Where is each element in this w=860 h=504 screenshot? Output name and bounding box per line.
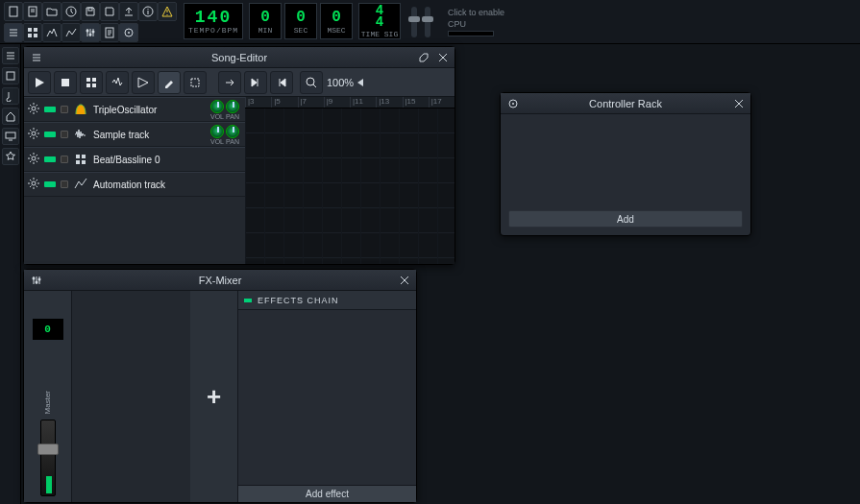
new-file-icon[interactable] <box>4 2 23 21</box>
forward-icon[interactable] <box>218 71 241 94</box>
controller-rack-titlebar[interactable]: Controller Rack <box>501 93 750 114</box>
timeline-area[interactable]: |3 |5 |7 |9 |11 |13 |15 |17 <box>245 97 455 264</box>
song-editor-window: Song-Editor 100% <box>23 46 455 265</box>
play-button[interactable] <box>28 71 51 94</box>
new-template-icon[interactable] <box>23 2 42 21</box>
warning-icon[interactable] <box>158 2 177 21</box>
open-icon[interactable] <box>42 2 61 21</box>
timesig-bottom[interactable]: 4 <box>376 16 383 28</box>
sidebar-instruments-icon[interactable] <box>2 47 19 64</box>
sidebar-favorites-icon[interactable] <box>2 148 19 165</box>
svg-rect-19 <box>92 78 96 82</box>
record-accompany-button[interactable] <box>106 71 129 94</box>
volume-knob[interactable] <box>210 125 224 138</box>
project-notes-icon[interactable] <box>100 23 119 42</box>
automation-editor-toggle-icon[interactable] <box>61 23 81 42</box>
pan-knob[interactable] <box>226 100 239 113</box>
time-sec[interactable]: 0 SEC <box>284 3 317 39</box>
solo-toggle[interactable] <box>61 156 68 163</box>
zoom-icon[interactable] <box>300 71 323 94</box>
track-empty-area[interactable] <box>24 197 245 264</box>
add-controller-button[interactable]: Add <box>508 210 743 228</box>
volume-knob[interactable] <box>210 100 224 113</box>
gear-icon[interactable] <box>28 128 39 141</box>
add-effect-button[interactable]: Add effect <box>238 485 416 502</box>
solo-toggle[interactable] <box>61 131 68 138</box>
cpu-meter[interactable]: Click to enable CPU <box>442 0 510 43</box>
select-mode-button[interactable] <box>184 71 207 94</box>
track-row[interactable]: Sample track VOL PAN <box>24 122 245 147</box>
mute-toggle[interactable] <box>44 132 56 137</box>
ruler-tick: |7 <box>298 97 324 108</box>
mute-toggle[interactable] <box>44 181 56 187</box>
info-icon[interactable] <box>138 2 158 21</box>
recent-icon[interactable] <box>61 2 81 21</box>
sidebar-samples-icon[interactable] <box>2 67 19 84</box>
sidebar-computer-icon[interactable] <box>2 128 19 145</box>
tempo-display[interactable]: 140 TEMPO/BPM <box>184 3 243 39</box>
track-row[interactable]: Automation track <box>24 172 245 197</box>
bb-track-icon <box>73 152 88 167</box>
channel-fader[interactable] <box>40 420 56 496</box>
controller-rack-toggle-icon[interactable] <box>119 23 138 42</box>
piano-roll-toggle-icon[interactable] <box>42 23 61 42</box>
timeline-grid[interactable] <box>245 108 455 264</box>
record-pattern-button[interactable] <box>80 71 103 94</box>
master-pitch-slider[interactable] <box>425 7 430 37</box>
export-icon[interactable] <box>119 2 138 21</box>
svg-rect-28 <box>82 155 86 158</box>
effects-chain-body[interactable] <box>238 310 416 485</box>
svg-rect-6 <box>34 28 37 32</box>
skip-back-icon[interactable] <box>270 71 293 94</box>
time-msec[interactable]: 0 MSEC <box>320 3 353 39</box>
mute-toggle[interactable] <box>44 107 56 112</box>
skip-forward-icon[interactable] <box>244 71 267 94</box>
zoom-dropdown-icon[interactable] <box>357 79 363 86</box>
draw-mode-button[interactable] <box>158 71 181 94</box>
master-channel[interactable]: 0 Master <box>24 291 72 502</box>
zoom-value[interactable]: 100% <box>327 77 354 88</box>
channel-send-display[interactable]: 0 <box>32 318 64 341</box>
mute-toggle[interactable] <box>44 156 56 162</box>
svg-point-33 <box>512 103 514 105</box>
close-icon[interactable] <box>397 273 412 288</box>
sidebar-home-icon[interactable] <box>2 108 19 125</box>
close-icon[interactable] <box>435 50 451 65</box>
fx-mixer-toggle-icon[interactable] <box>81 23 100 42</box>
master-volume-slider[interactable] <box>411 7 417 37</box>
save-as-icon[interactable] <box>100 2 119 21</box>
track-name[interactable]: TripleOscillator <box>93 105 206 115</box>
gear-icon[interactable] <box>28 153 39 166</box>
svg-point-11 <box>92 31 95 34</box>
track-name[interactable]: Automation track <box>93 180 241 190</box>
song-editor-titlebar[interactable]: Song-Editor <box>24 47 455 68</box>
save-icon[interactable] <box>81 2 100 21</box>
track-row[interactable]: TripleOscillator VOL PAN <box>24 97 245 122</box>
solo-toggle[interactable] <box>61 180 68 188</box>
timesig-display[interactable]: 4 4 TIME SIG <box>358 3 401 39</box>
svg-rect-7 <box>28 34 32 37</box>
time-min[interactable]: 0 MIN <box>249 3 282 39</box>
sidebar-presets-icon[interactable] <box>2 87 19 105</box>
effects-chain-led[interactable] <box>244 299 252 302</box>
song-editor-toggle-icon[interactable] <box>4 23 23 42</box>
pan-knob[interactable] <box>226 125 239 138</box>
track-row[interactable]: Beat/Bassline 0 <box>24 147 245 172</box>
bb-editor-toggle-icon[interactable] <box>23 23 42 42</box>
add-track-button[interactable] <box>132 71 155 94</box>
svg-rect-17 <box>61 79 69 86</box>
close-icon[interactable] <box>731 96 747 111</box>
gear-icon[interactable] <box>28 103 39 116</box>
solo-toggle[interactable] <box>61 106 68 113</box>
stop-button[interactable] <box>54 71 77 94</box>
ruler-tick: |3 <box>245 97 271 108</box>
add-channel-button[interactable]: + <box>190 291 238 502</box>
gear-icon[interactable] <box>28 178 39 191</box>
track-name[interactable]: Beat/Bassline 0 <box>93 155 241 165</box>
track-name[interactable]: Sample track <box>93 130 206 140</box>
maximize-icon[interactable] <box>416 50 431 65</box>
tempo-value[interactable]: 140 <box>195 9 232 26</box>
timeline-ruler[interactable]: |3 |5 |7 |9 |11 |13 |15 |17 <box>245 97 455 108</box>
ruler-tick: |17 <box>429 97 455 108</box>
fx-mixer-titlebar[interactable]: FX-Mixer <box>24 270 416 291</box>
